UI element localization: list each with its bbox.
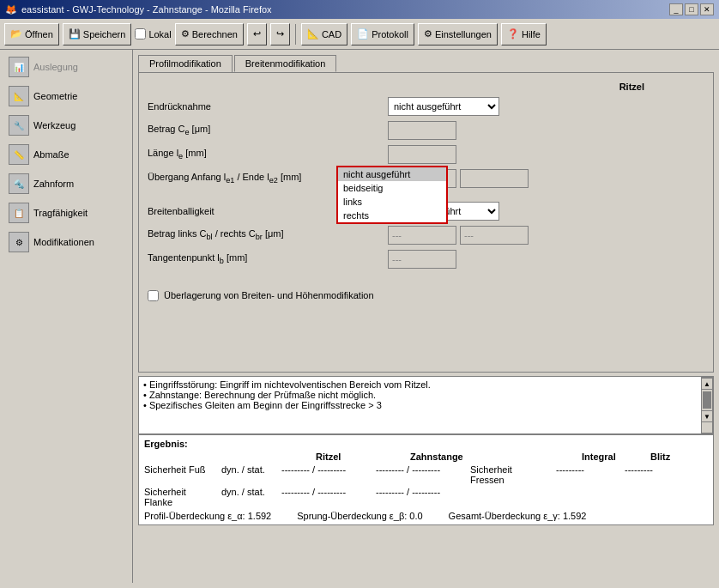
cad-button[interactable]: 📐 CAD <box>301 23 347 45</box>
dropdown-item-beidseitig[interactable]: beidseitig <box>338 181 446 195</box>
undo-icon: ↩ <box>253 28 261 39</box>
message-3: • Spezifisches Gleiten am Beginn der Ein… <box>143 400 697 410</box>
betrag-ce-label: Betrag Ce [μm] <box>148 124 388 136</box>
endruck-row: Endrücknahme nicht ausgeführt beidseitig… <box>148 97 704 116</box>
sidebar-item-zahnform[interactable]: 🔩 Zahnform <box>3 170 129 197</box>
protocol-button[interactable]: 📄 Protokoll <box>351 23 414 45</box>
sidebar-item-auslegung[interactable]: 📊 Auslegung <box>3 53 129 81</box>
results-area: Ergebnis: Ritzel Zahnstange Integral Bli… <box>138 434 714 525</box>
settings-icon: ⚙ <box>424 28 432 39</box>
betrag-lr-row: Betrag links Cbl / rechts Cbr [μm] <box>148 226 704 245</box>
scroll-up[interactable]: ▲ <box>701 378 713 390</box>
werkzeug-icon: 🔧 <box>9 115 29 136</box>
endruck-label: Endrücknahme <box>148 101 388 112</box>
lange-le-controls <box>388 145 456 164</box>
undo-button[interactable]: ↩ <box>247 23 267 45</box>
results-header: Ergebnis: <box>144 439 708 449</box>
main-panel: Ritzel Endrücknahme nicht ausgeführt bei… <box>138 72 714 373</box>
dropdown-overlay: nicht ausgeführt beidseitig links rechts <box>336 166 448 224</box>
open-icon: 📂 <box>10 28 22 39</box>
tab-bar: Profilmodifikation Breitenmodifikation <box>138 55 714 72</box>
tangentenpunkt-row: Tangentenpunkt lb [mm] <box>148 250 704 269</box>
betrag-lr-input1[interactable] <box>388 226 456 245</box>
ubergang-input2[interactable] <box>460 169 529 188</box>
content-area: Profilmodifikation Breitenmodifikation R… <box>133 50 719 583</box>
save-icon: 💾 <box>69 28 81 39</box>
maximize-button[interactable]: □ <box>685 3 698 15</box>
endruck-select[interactable]: nicht ausgeführt beidseitig links rechts <box>388 97 499 116</box>
lange-le-input[interactable] <box>388 145 456 164</box>
uberlagerung-label: Überlagerung von Breiten- und Höhenmodif… <box>164 290 374 300</box>
sidebar-item-tragfahigkeit[interactable]: 📋 Tragfähigkeit <box>3 199 129 227</box>
tangentenpunkt-controls <box>388 250 456 269</box>
tab-profilmodifikation[interactable]: Profilmodifikation <box>138 55 233 72</box>
protocol-icon: 📄 <box>357 28 369 39</box>
save-button[interactable]: 💾 Speichern <box>63 23 132 45</box>
scroll-down[interactable]: ▼ <box>701 410 713 422</box>
betrag-lr-input2[interactable] <box>460 226 529 245</box>
messages-text: • Eingriffsstörung: Eingriff im nichtevo… <box>139 377 701 433</box>
checkbox-row: Überlagerung von Breiten- und Höhenmodif… <box>148 286 704 305</box>
bottom-section: • Eingriffsstörung: Eingriff im nichtevo… <box>138 376 714 525</box>
sidebar-item-werkzeug[interactable]: 🔧 Werkzeug <box>3 112 129 139</box>
help-button[interactable]: ❓ Hilfe <box>501 23 547 45</box>
redo-icon: ↪ <box>276 28 284 39</box>
title-bar: 🦊 eassistant - GWJ-Technology - Zahnstan… <box>0 0 719 19</box>
dropdown-item-rechts[interactable]: rechts <box>338 209 446 222</box>
results-columns-header: Ritzel Zahnstange Integral Blitz <box>144 452 708 462</box>
ritzel-header: Ritzel <box>148 82 704 92</box>
endruck-controls: nicht ausgeführt beidseitig links rechts <box>388 97 499 116</box>
minimize-button[interactable]: _ <box>669 3 683 15</box>
dropdown-item-nicht[interactable]: nicht ausgeführt <box>338 167 446 181</box>
calculate-button[interactable]: ⚙ Berechnen <box>175 23 244 45</box>
messages-scrollbar[interactable]: ▲ ▼ <box>701 377 713 433</box>
calculate-icon: ⚙ <box>181 28 190 39</box>
auslegung-icon: 📊 <box>9 57 29 77</box>
window-controls: _ □ ✕ <box>669 3 714 15</box>
separator-1 <box>295 24 296 45</box>
app-icon: 🦊 <box>5 4 17 15</box>
modifikationen-icon: ⚙ <box>9 232 29 252</box>
sidebar-item-modifikationen[interactable]: ⚙ Modifikationen <box>3 228 129 256</box>
tab-breitenmodifikation[interactable]: Breitenmodifikation <box>234 55 337 72</box>
betrag-lr-label: Betrag links Cbl / rechts Cbr [μm] <box>148 228 388 241</box>
betrag-lr-controls <box>388 226 529 245</box>
lange-le-row: Länge le [mm] <box>148 145 704 164</box>
sidebar-item-abmasse[interactable]: 📏 Abmaße <box>3 141 129 168</box>
betrag-ce-input[interactable] <box>388 121 456 140</box>
main-layout: 📊 Auslegung 📐 Geometrie 🔧 Werkzeug 📏 Abm… <box>0 50 719 583</box>
results-bottom: Profil-Überdeckung ε_α: 1.592 Sprung-Übe… <box>144 511 708 521</box>
tangentenpunkt-input[interactable] <box>388 250 456 269</box>
abmasse-icon: 📏 <box>9 144 29 165</box>
results-row-1: Sicherheit Fuß dyn. / stat. --------- / … <box>144 464 708 485</box>
redo-button[interactable]: ↪ <box>270 23 290 45</box>
help-icon: ❓ <box>507 28 519 39</box>
zahnform-icon: 🔩 <box>9 173 29 194</box>
message-1: • Eingriffsstörung: Eingriff im nichtevo… <box>143 379 697 390</box>
results-row-2: Sicherheit Flanke dyn. / stat. ---------… <box>144 487 708 507</box>
toolbar: 📂 Öffnen 💾 Speichern Lokal ⚙ Berechnen ↩… <box>0 19 719 50</box>
lange-le-label: Länge le [mm] <box>148 148 388 161</box>
uberlagerung-checkbox[interactable] <box>148 290 159 301</box>
profil-uberd: Profil-Überdeckung ε_α: 1.592 <box>144 511 271 521</box>
betrag-ce-row: Betrag Ce [μm] <box>148 121 704 140</box>
scroll-thumb[interactable] <box>703 391 711 409</box>
local-checkbox[interactable] <box>135 28 146 39</box>
sprung-uberd: Sprung-Überdeckung ε_β: 0.0 <box>297 511 422 521</box>
window-title: eassistant - GWJ-Technology - Zahnstange… <box>21 4 272 15</box>
local-checkbox-container: Lokal <box>135 28 171 39</box>
sidebar: 📊 Auslegung 📐 Geometrie 🔧 Werkzeug 📏 Abm… <box>0 50 133 583</box>
betrag-ce-controls <box>388 121 456 140</box>
dropdown-item-links[interactable]: links <box>338 195 446 209</box>
message-2: • Zahnstange: Berechnung der Prüfmaße ni… <box>143 390 697 400</box>
open-button[interactable]: 📂 Öffnen <box>4 23 59 45</box>
tragfahigkeit-icon: 📋 <box>9 203 29 223</box>
settings-button[interactable]: ⚙ Einstellungen <box>418 23 498 45</box>
close-button[interactable]: ✕ <box>700 3 714 15</box>
tangentenpunkt-label: Tangentenpunkt lb [mm] <box>148 252 388 265</box>
messages-container: • Eingriffsstörung: Eingriff im nichtevo… <box>138 376 714 434</box>
gesamt-uberd: Gesamt-Überdeckung ε_γ: 1.592 <box>449 511 587 521</box>
geometrie-icon: 📐 <box>9 86 29 106</box>
cad-icon: 📐 <box>307 28 319 39</box>
sidebar-item-geometrie[interactable]: 📐 Geometrie <box>3 82 129 110</box>
